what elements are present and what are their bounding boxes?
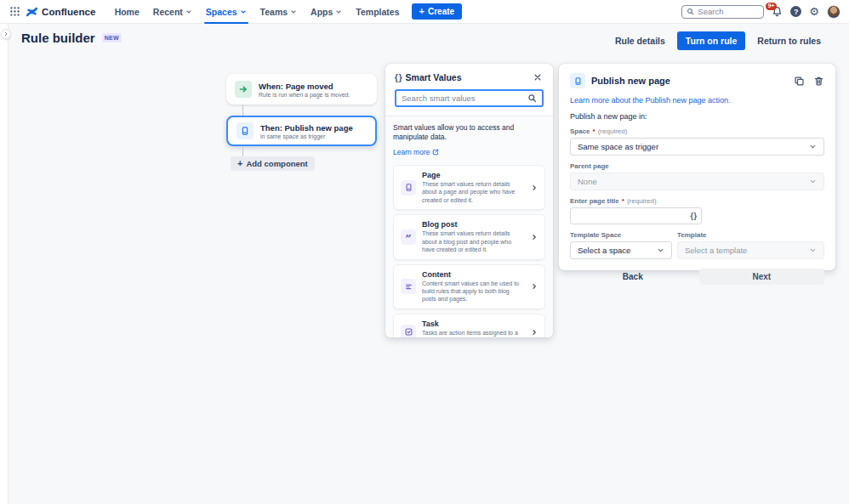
rule-details-button[interactable]: Rule details bbox=[610, 31, 670, 50]
nav-item-templates[interactable]: Templates bbox=[349, 0, 406, 24]
nav-item-teams[interactable]: Teams bbox=[254, 0, 305, 24]
required-asterisk: * bbox=[622, 197, 624, 205]
smart-values-intro: Smart values allow you to access and man… bbox=[393, 123, 545, 143]
smart-value-item-page[interactable]: Page These smart values return details a… bbox=[393, 165, 545, 210]
template-space-select[interactable]: Select a space bbox=[570, 241, 672, 259]
space-field-label: Space*(required) bbox=[570, 127, 824, 135]
search-input[interactable] bbox=[698, 7, 759, 16]
chevron-down-icon bbox=[290, 8, 297, 15]
smart-values-header: { } Smart Values bbox=[385, 64, 553, 89]
trigger-card-page-moved[interactable]: When: Page moved Rule is run when a page… bbox=[226, 74, 377, 105]
content-lines-icon bbox=[401, 279, 416, 294]
chevron-down-icon bbox=[185, 8, 192, 15]
action-subtitle: in same space as trigger bbox=[260, 133, 353, 139]
settings-gear-icon[interactable]: ⚙ bbox=[809, 6, 819, 17]
smart-value-item-content[interactable]: Content Content smart values can be used… bbox=[393, 264, 545, 309]
template-space-field-label: Template Space bbox=[570, 231, 672, 239]
trigger-title: When: Page moved bbox=[259, 82, 350, 91]
nav-item-apps[interactable]: Apps bbox=[304, 0, 349, 24]
trigger-arrow-icon bbox=[235, 81, 252, 98]
smart-values-panel: { } Smart Values Smart values allow you … bbox=[385, 64, 553, 337]
logo-text: Confluence bbox=[42, 7, 96, 17]
smart-values-list: Page These smart values return details a… bbox=[393, 165, 545, 337]
add-component-button[interactable]: + Add component bbox=[231, 156, 315, 171]
duplicate-icon[interactable] bbox=[794, 76, 805, 87]
notification-badge: 9+ bbox=[766, 3, 776, 10]
page-icon bbox=[401, 180, 416, 195]
publish-intro-text: Publish a new page in: bbox=[570, 112, 824, 121]
smart-values-body: Smart values allow you to access and man… bbox=[385, 116, 553, 337]
chevron-down-icon bbox=[657, 246, 664, 254]
workflow-connector bbox=[242, 148, 243, 156]
chevron-right-icon bbox=[531, 283, 538, 290]
smart-values-braces-button[interactable]: { } bbox=[685, 212, 701, 220]
nav-menu: Home Recent Spaces Teams Apps Templates bbox=[108, 0, 407, 24]
app-switcher-icon[interactable] bbox=[7, 4, 22, 20]
search-icon bbox=[687, 8, 694, 15]
smart-values-search-input[interactable] bbox=[402, 93, 524, 103]
external-link-icon bbox=[432, 149, 439, 156]
action-title: Then: Publish new page bbox=[260, 123, 353, 133]
publish-panel-header: Publish new page bbox=[570, 73, 824, 88]
publish-learn-more-link[interactable]: Learn more about the Publish new page ac… bbox=[570, 96, 824, 105]
task-checkbox-icon bbox=[401, 325, 416, 337]
quote-icon: ” bbox=[401, 229, 416, 245]
page-title-field-label: Enter page title*(required) bbox=[570, 197, 824, 205]
page-title-field: { } bbox=[570, 207, 702, 224]
return-to-rules-button[interactable]: Return to rules bbox=[752, 31, 826, 50]
plus-icon: + bbox=[419, 7, 424, 16]
parent-page-select: None bbox=[570, 173, 824, 190]
space-select[interactable]: Same space as trigger bbox=[570, 138, 824, 156]
nav-right-cluster: 9+ ? ⚙ bbox=[681, 5, 840, 19]
required-note: (required) bbox=[627, 197, 657, 205]
user-avatar[interactable] bbox=[827, 5, 840, 19]
required-asterisk: * bbox=[593, 127, 595, 135]
trigger-subtitle: Rule is run when a page is moved. bbox=[259, 92, 350, 98]
trash-icon[interactable] bbox=[813, 76, 824, 87]
smart-value-item-blog-post[interactable]: ” Blog post These smart values return de… bbox=[393, 214, 545, 259]
template-select: Select a template bbox=[677, 241, 824, 259]
page-icon bbox=[570, 73, 585, 88]
notifications-bell-icon[interactable]: 9+ bbox=[772, 6, 783, 17]
confluence-logo[interactable]: Confluence bbox=[26, 6, 96, 18]
plus-icon: + bbox=[237, 159, 242, 168]
chevron-right-icon bbox=[531, 234, 538, 241]
chevron-down-icon bbox=[809, 246, 817, 254]
publish-panel-title: Publish new page bbox=[591, 76, 788, 86]
nav-item-spaces[interactable]: Spaces bbox=[199, 0, 254, 24]
header-actions: Rule details Turn on rule Return to rule… bbox=[610, 31, 826, 50]
braces-icon: { } bbox=[395, 73, 402, 82]
chevron-down-icon bbox=[240, 8, 247, 15]
nav-item-home[interactable]: Home bbox=[108, 0, 146, 24]
new-badge: NEW bbox=[102, 33, 122, 42]
parent-page-field-label: Parent page bbox=[570, 162, 824, 170]
help-icon[interactable]: ? bbox=[790, 6, 801, 17]
chevron-down-icon bbox=[335, 8, 342, 15]
workflow-connector bbox=[242, 105, 243, 116]
template-row: Template Space Select a space Template S… bbox=[570, 224, 824, 259]
create-button[interactable]: + Create bbox=[412, 3, 463, 20]
back-button[interactable]: Back bbox=[570, 269, 696, 285]
turn-on-rule-button[interactable]: Turn on rule bbox=[677, 31, 745, 50]
global-search[interactable] bbox=[681, 5, 764, 19]
template-field-label: Template bbox=[677, 231, 824, 239]
smart-values-search[interactable] bbox=[395, 89, 544, 107]
chevron-down-icon bbox=[809, 178, 817, 185]
learn-more-link[interactable]: Learn more bbox=[393, 148, 439, 156]
page-title: Rule builder bbox=[21, 31, 95, 45]
next-button[interactable]: Next bbox=[699, 269, 825, 285]
action-card-publish-new-page[interactable]: Then: Publish new page in same space as … bbox=[226, 116, 377, 146]
page-icon bbox=[236, 122, 254, 139]
close-icon[interactable] bbox=[532, 71, 544, 83]
sidebar-expand-button[interactable] bbox=[1, 29, 11, 39]
page-header: Rule builder NEW bbox=[21, 31, 122, 45]
nav-item-recent[interactable]: Recent bbox=[146, 0, 199, 24]
publish-new-page-panel: Publish new page Learn more about the Pu… bbox=[559, 64, 835, 270]
chevron-down-icon bbox=[809, 143, 817, 150]
page-title-input[interactable] bbox=[571, 212, 685, 221]
smart-value-item-task[interactable]: Task Tasks are action items assigned to … bbox=[393, 314, 545, 337]
chevron-right-icon bbox=[531, 184, 538, 191]
publish-panel-buttons: Back Next bbox=[570, 269, 824, 285]
search-icon bbox=[527, 93, 537, 103]
chevron-right-icon bbox=[531, 329, 538, 336]
